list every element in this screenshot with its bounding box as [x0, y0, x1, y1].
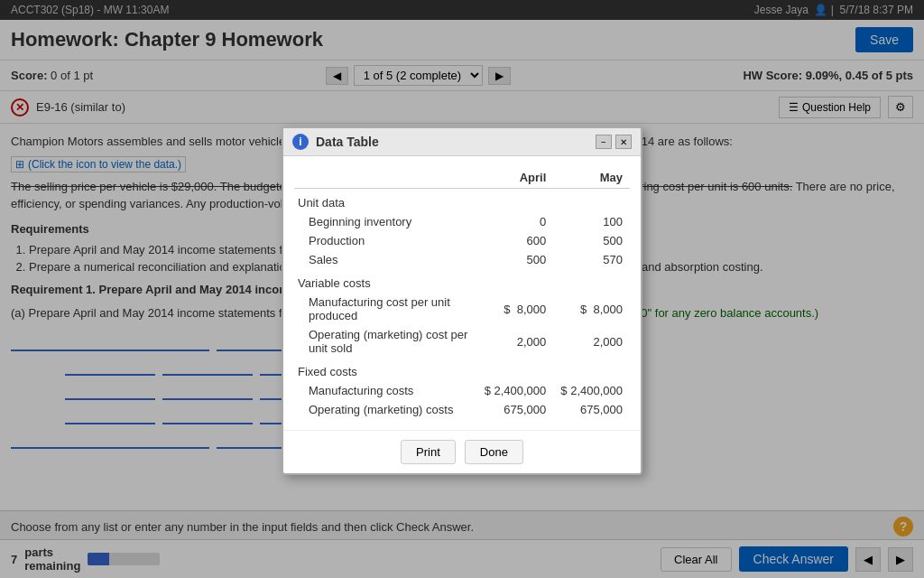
modal-overlay: i Data Table − ✕ April May Un: [0, 0, 924, 578]
cell-fixed-op-april: 675,000: [477, 400, 554, 419]
info-icon: i: [292, 134, 309, 150]
modal-footer: Print Done: [283, 430, 641, 473]
modal-minimize-button[interactable]: −: [596, 135, 612, 149]
cell-production-label: Production: [294, 231, 477, 250]
cell-sales-may: 570: [553, 250, 630, 269]
cell-production-may: 500: [553, 231, 630, 250]
cell-beg-inv-may: 100: [553, 212, 630, 231]
data-table: April May Unit data Beginning inventory …: [294, 167, 630, 419]
cell-op-cost-may: 2,000: [553, 325, 630, 358]
modal-title: Data Table: [316, 135, 379, 149]
table-row: Operating (marketing) costs 675,000 675,…: [294, 400, 630, 419]
table-row: Operating (marketing) cost per unit sold…: [294, 325, 630, 358]
modal-controls: − ✕: [596, 135, 632, 149]
modal-close-button[interactable]: ✕: [615, 135, 632, 149]
print-button[interactable]: Print: [401, 440, 456, 464]
cell-fixed-op-label: Operating (marketing) costs: [294, 400, 477, 419]
section-unit-label: Unit data: [294, 189, 630, 213]
done-button[interactable]: Done: [465, 440, 523, 464]
cell-fixed-op-may: 675,000: [553, 400, 630, 419]
cell-sales-april: 500: [477, 250, 554, 269]
cell-sales-label: Sales: [294, 250, 477, 269]
table-row: Manufacturing costs $ 2,400,000 $ 2,400,…: [294, 381, 630, 400]
cell-mfg-cost-april: $ 8,000: [477, 293, 554, 325]
section-unit-data: Unit data: [294, 189, 630, 213]
col-header-empty: [294, 167, 477, 189]
table-row: Manufacturing cost per unit produced $ 8…: [294, 293, 630, 325]
modal-header-left: i Data Table: [292, 134, 379, 150]
section-variable-label: Variable costs: [294, 269, 630, 293]
cell-op-cost-label: Operating (marketing) cost per unit sold: [294, 325, 477, 358]
cell-beg-inv-label: Beginning inventory: [294, 212, 477, 231]
table-row: Beginning inventory 0 100: [294, 212, 630, 231]
section-fixed-label: Fixed costs: [294, 358, 630, 381]
modal-header: i Data Table − ✕: [283, 128, 641, 156]
section-variable-costs: Variable costs: [294, 269, 630, 293]
cell-beg-inv-april: 0: [477, 212, 554, 231]
cell-fixed-mfg-label: Manufacturing costs: [294, 381, 477, 400]
section-fixed-costs: Fixed costs: [294, 358, 630, 381]
col-header-april: April: [477, 167, 554, 189]
cell-mfg-cost-may: $ 8,000: [553, 293, 630, 325]
col-header-may: May: [553, 167, 630, 189]
cell-fixed-mfg-april: $ 2,400,000: [477, 381, 554, 400]
cell-mfg-cost-label: Manufacturing cost per unit produced: [294, 293, 477, 325]
cell-production-april: 600: [477, 231, 554, 250]
cell-fixed-mfg-may: $ 2,400,000: [553, 381, 630, 400]
table-row: Sales 500 570: [294, 250, 630, 269]
cell-op-cost-april: 2,000: [477, 325, 554, 358]
modal-body: April May Unit data Beginning inventory …: [283, 156, 641, 430]
table-row: Production 600 500: [294, 231, 630, 250]
data-table-modal: i Data Table − ✕ April May Un: [282, 126, 642, 475]
